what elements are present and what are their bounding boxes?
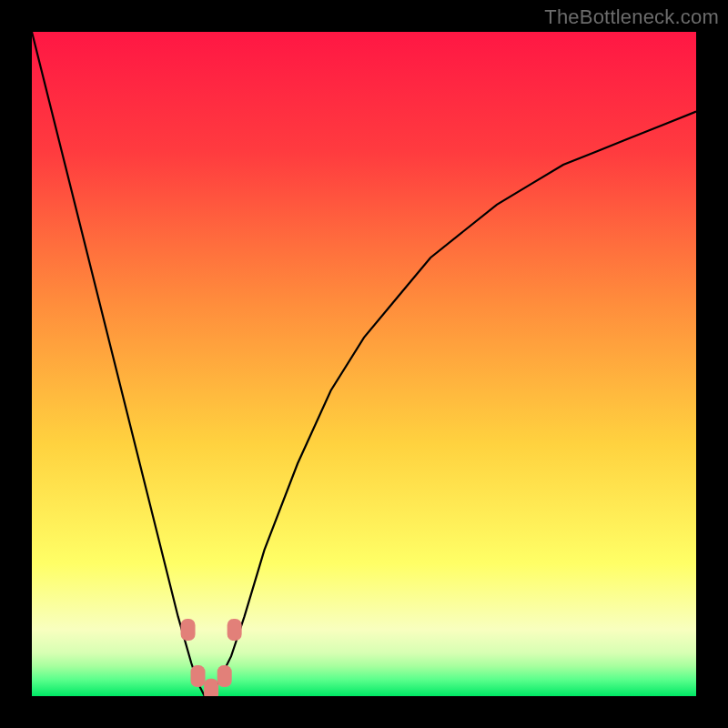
plot-area [32, 32, 696, 696]
curve-marker [228, 619, 242, 641]
chart-frame: TheBottleneck.com [0, 0, 728, 728]
watermark-text: TheBottleneck.com [544, 5, 719, 29]
bottleneck-curve [32, 32, 696, 696]
curve-marker [181, 619, 196, 641]
curve-marker [204, 679, 218, 696]
curve-marker [217, 665, 232, 687]
curve-marker [191, 665, 206, 687]
